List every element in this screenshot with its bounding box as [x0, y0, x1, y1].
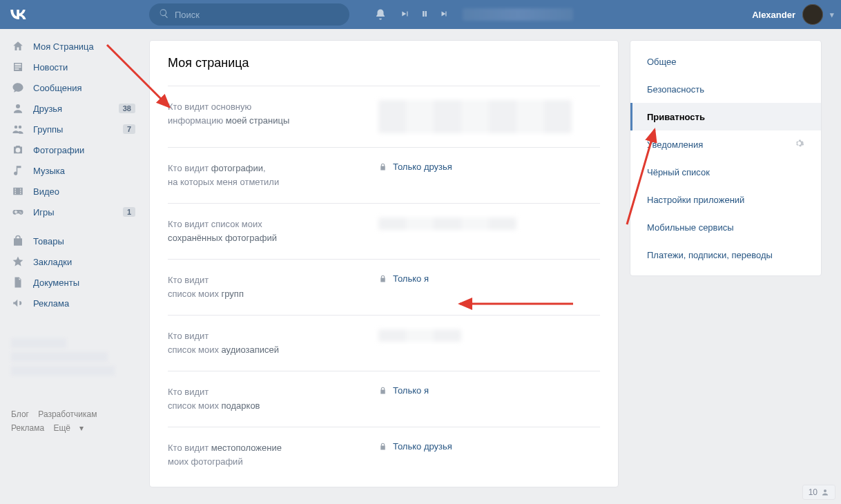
user-icon [11, 101, 25, 115]
lock-icon [378, 386, 387, 395]
search-bar[interactable] [149, 3, 349, 26]
nav-bookmarks[interactable]: Закладки [3, 251, 142, 272]
settings-nav-label: Приватность [647, 112, 804, 122]
row-label: Кто видит основнуюинформацию моей страни… [168, 100, 378, 128]
settings-nav-label: Платежи, подписки, переводы [647, 250, 804, 260]
row-value[interactable] [378, 329, 600, 342]
online-counter[interactable]: 10 [802, 485, 835, 500]
footer-link-ads[interactable]: Реклама [11, 423, 44, 433]
next-track-icon[interactable] [439, 9, 449, 21]
nav-messages[interactable]: Сообщения [3, 77, 142, 98]
nav-friends[interactable]: Друзья38 [3, 98, 142, 119]
chat-icon [11, 81, 25, 95]
chevron-down-icon: ▾ [830, 10, 834, 19]
nav-badge: 1 [123, 207, 135, 217]
privacy-row-saved-photos[interactable]: Кто видит список моихсохранённых фотогра… [168, 203, 600, 259]
nav-label: Друзья [33, 104, 110, 114]
search-input[interactable] [175, 10, 340, 20]
counter-value: 10 [809, 487, 818, 497]
nav-documents[interactable]: Документы [3, 272, 142, 293]
nav-goods[interactable]: Товары [3, 231, 142, 251]
ads-icon [11, 296, 25, 310]
row-value[interactable] [378, 217, 600, 230]
nav-news[interactable]: Новости [3, 57, 142, 77]
nav-label: Фотографии [33, 145, 135, 155]
row-value[interactable]: Только друзья [378, 162, 600, 172]
prev-track-icon[interactable] [400, 9, 410, 21]
privacy-row-audio[interactable]: Кто видитсписок моих аудиозаписей [168, 315, 600, 371]
settings-nav-label: Чёрный список [647, 167, 804, 177]
home-icon [11, 39, 25, 53]
footer-link-more[interactable]: Ещё ▾ [53, 423, 84, 433]
row-value[interactable]: Только друзья [378, 441, 600, 452]
notifications-icon[interactable] [374, 8, 387, 21]
nav-games[interactable]: Игры1 [3, 202, 142, 222]
group-icon [11, 122, 25, 136]
lock-icon [378, 442, 387, 451]
privacy-row-gifts[interactable]: Кто видитсписок моих подарков Только я [168, 371, 600, 427]
nav-label: Документы [33, 278, 135, 288]
nav-badge: 7 [123, 124, 135, 134]
row-value[interactable]: Только я [378, 385, 600, 396]
footer-link-blog[interactable]: Блог [11, 409, 29, 419]
bag-icon [11, 234, 25, 248]
row-label: Кто видит список моихсохранённых фотогра… [168, 217, 378, 245]
row-value[interactable] [378, 100, 600, 133]
audio-player[interactable] [400, 8, 573, 21]
header: Alexander ▾ [0, 0, 841, 29]
settings-nav-item[interactable]: Общее [630, 48, 821, 75]
search-icon [159, 8, 169, 21]
settings-nav-item[interactable]: Безопасность [630, 75, 821, 103]
row-label: Кто видитсписок моих групп [168, 273, 378, 301]
nav-groups[interactable]: Группы7 [3, 119, 142, 139]
settings-nav-label: Настройки приложений [647, 195, 804, 205]
settings-nav-item[interactable]: Приватность [630, 103, 821, 130]
row-label: Кто видит фотографии, на которых меня от… [168, 162, 378, 189]
settings-nav-item[interactable]: Уведомления [630, 130, 821, 158]
nav-video[interactable]: Видео [3, 181, 142, 202]
doc-icon [11, 275, 25, 289]
lock-icon [378, 274, 387, 283]
privacy-row-basic-info[interactable]: Кто видит основнуюинформацию моей страни… [168, 86, 600, 147]
settings-nav-item[interactable]: Чёрный список [630, 158, 821, 186]
track-title-blurred [463, 8, 573, 21]
footer-link-devs[interactable]: Разработчикам [38, 409, 97, 419]
nav-label: Закладки [33, 257, 135, 267]
user-icon [821, 488, 829, 496]
row-label: Кто видитсписок моих аудиозаписей [168, 329, 378, 357]
settings-nav-label: Мобильные сервисы [647, 222, 804, 233]
privacy-row-tagged-photos[interactable]: Кто видит фотографии, на которых меня от… [168, 147, 600, 203]
video-icon [11, 184, 25, 198]
row-label: Кто видит местоположение моих фотографий [168, 441, 378, 469]
row-label: Кто видитсписок моих подарков [168, 385, 378, 413]
nav-music[interactable]: Музыка [3, 160, 142, 181]
username: Alexander [752, 10, 795, 20]
pause-icon[interactable] [420, 9, 429, 21]
vk-logo[interactable] [8, 5, 40, 24]
row-value[interactable]: Только я [378, 273, 600, 284]
user-menu[interactable]: Alexander ▾ [752, 4, 834, 25]
nav-my-page[interactable]: Моя Страница [3, 36, 142, 57]
nav-label: Реклама [33, 298, 135, 309]
settings-nav-item[interactable]: Мобильные сервисы [630, 213, 821, 241]
privacy-settings-panel: Моя страница Кто видит основнуюинформаци… [149, 40, 619, 487]
star-icon [11, 255, 25, 269]
nav-label: Группы [33, 124, 115, 135]
nav-label: Сообщения [33, 83, 135, 93]
privacy-row-photo-location[interactable]: Кто видит местоположение моих фотографий… [168, 427, 600, 483]
nav-photos[interactable]: Фотографии [3, 139, 142, 160]
news-icon [11, 60, 25, 74]
avatar [802, 4, 823, 25]
photo-icon [11, 143, 25, 157]
nav-label: Видео [33, 186, 135, 197]
settings-nav-item[interactable]: Платежи, подписки, переводы [630, 241, 821, 269]
settings-nav-item[interactable]: Настройки приложений [630, 186, 821, 213]
nav-label: Музыка [33, 166, 135, 176]
nav-ads[interactable]: Реклама [3, 293, 142, 313]
settings-nav-label: Безопасность [647, 84, 804, 95]
nav-label: Товары [33, 236, 135, 246]
nav-badge: 38 [119, 104, 135, 113]
privacy-row-groups[interactable]: Кто видитсписок моих групп Только я [168, 259, 600, 315]
settings-nav: ОбщееБезопасностьПриватностьУведомленияЧ… [630, 40, 822, 276]
gear-icon[interactable] [794, 138, 804, 151]
